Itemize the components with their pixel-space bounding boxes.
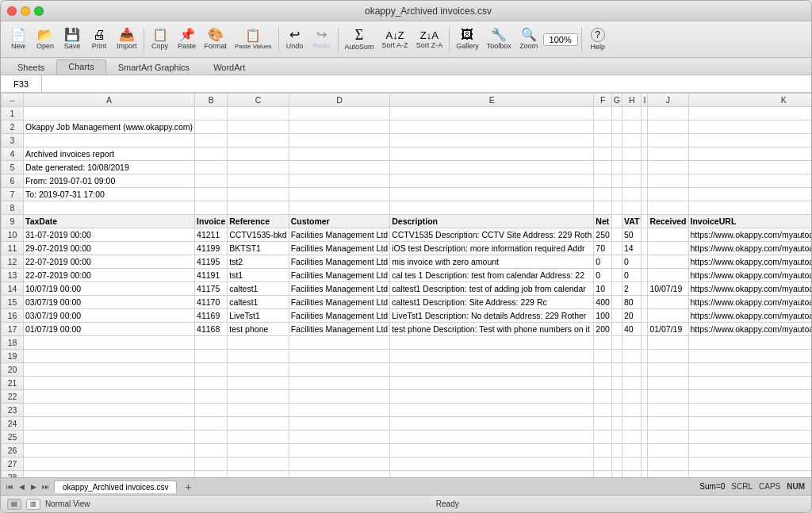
cell-9-10[interactable]: Received	[648, 215, 688, 228]
cell-1-3[interactable]	[228, 107, 289, 121]
cell-25-3[interactable]	[228, 431, 289, 444]
open-button[interactable]: 📂 Open	[33, 27, 58, 52]
cell-13-8[interactable]: 0	[622, 269, 642, 282]
cell-7-6[interactable]	[594, 188, 612, 201]
cell-28-7[interactable]	[611, 471, 622, 478]
cell-13-7[interactable]	[611, 269, 622, 282]
cell-17-11[interactable]: https://www.okappy.com/myautoalert/docum…	[688, 323, 811, 336]
cell-1-10[interactable]	[648, 107, 688, 121]
cell-17-2[interactable]: 41168	[195, 323, 228, 336]
cell-11-10[interactable]	[648, 242, 688, 255]
cell-6-7[interactable]	[611, 174, 622, 188]
col-header-g[interactable]: G	[611, 94, 622, 107]
cell-22-10[interactable]	[648, 390, 688, 404]
cell-1-2[interactable]	[195, 107, 228, 121]
cell-6-5[interactable]	[390, 174, 594, 188]
cell-10-8[interactable]: 50	[622, 228, 642, 242]
cell-1-9[interactable]	[642, 107, 648, 121]
cell-2-3[interactable]	[228, 121, 289, 134]
cell-11-1[interactable]: 29-07-2019 00:00	[24, 242, 195, 255]
cell-21-4[interactable]	[289, 377, 390, 390]
cell-14-4[interactable]: Facilities Management Ltd	[289, 282, 390, 296]
cell-26-7[interactable]	[611, 444, 622, 457]
cell-23-3[interactable]	[228, 404, 289, 417]
cell-11-8[interactable]: 14	[622, 242, 642, 255]
cell-10-9[interactable]	[642, 228, 648, 242]
cell-26-2[interactable]	[195, 444, 228, 457]
cell-8-10[interactable]	[648, 201, 688, 215]
cell-19-10[interactable]	[648, 350, 688, 363]
cell-8-1[interactable]	[24, 201, 195, 215]
cell-24-2[interactable]	[195, 417, 228, 431]
cell-12-2[interactable]: 41195	[195, 255, 228, 269]
row-header-24[interactable]: 24	[2, 417, 24, 431]
cell-4-5[interactable]	[390, 147, 594, 161]
cell-10-7[interactable]	[611, 228, 622, 242]
cell-15-7[interactable]	[611, 296, 622, 309]
cell-2-11[interactable]	[688, 121, 811, 134]
cell-27-1[interactable]	[24, 457, 195, 471]
cell-28-1[interactable]	[24, 471, 195, 478]
cell-21-10[interactable]	[648, 377, 688, 390]
cell-28-8[interactable]	[622, 471, 642, 478]
cell-22-4[interactable]	[289, 390, 390, 404]
minimize-button[interactable]	[21, 6, 30, 16]
cell-14-10[interactable]: 10/07/19	[648, 282, 688, 296]
cell-21-6[interactable]	[594, 377, 612, 390]
row-header-11[interactable]: 11	[2, 242, 24, 255]
cell-8-5[interactable]	[390, 201, 594, 215]
cell-9-9[interactable]	[642, 215, 648, 228]
cell-17-4[interactable]: Facilities Management Ltd	[289, 323, 390, 336]
cell-11-2[interactable]: 41199	[195, 242, 228, 255]
cell-19-3[interactable]	[228, 350, 289, 363]
cell-21-7[interactable]	[611, 377, 622, 390]
cell-13-5[interactable]: cal tes 1 Description: test from calenda…	[390, 269, 594, 282]
cell-16-10[interactable]	[648, 309, 688, 323]
cell-2-8[interactable]	[622, 121, 642, 134]
page-view-button[interactable]: ▥	[26, 499, 40, 510]
cell-5-2[interactable]	[195, 161, 228, 174]
cell-18-5[interactable]	[390, 336, 594, 350]
cell-21-3[interactable]	[228, 377, 289, 390]
cell-22-5[interactable]	[390, 390, 594, 404]
cell-1-1[interactable]	[24, 107, 195, 121]
cell-23-10[interactable]	[648, 404, 688, 417]
cell-4-7[interactable]	[611, 147, 622, 161]
cell-23-11[interactable]	[688, 404, 811, 417]
cell-19-7[interactable]	[611, 350, 622, 363]
cell-20-9[interactable]	[642, 363, 648, 377]
col-header-j[interactable]: J	[648, 94, 688, 107]
cell-19-4[interactable]	[289, 350, 390, 363]
cell-7-3[interactable]	[228, 188, 289, 201]
cell-8-11[interactable]	[688, 201, 811, 215]
cell-4-9[interactable]	[642, 147, 648, 161]
tab-sheets[interactable]: Sheets	[6, 60, 56, 75]
cell-13-11[interactable]: https://www.okappy.com/myautoalert/docum…	[688, 269, 811, 282]
cell-25-8[interactable]	[622, 431, 642, 444]
autosum-button[interactable]: Σ AutoSum	[342, 26, 377, 52]
cell-24-5[interactable]	[390, 417, 594, 431]
cell-15-11[interactable]: https://www.okappy.com/myautoalert/docum…	[688, 296, 811, 309]
cell-3-6[interactable]	[594, 134, 612, 147]
cell-27-4[interactable]	[289, 457, 390, 471]
cell-27-8[interactable]	[622, 457, 642, 471]
cell-10-11[interactable]: https://www.okappy.com/myautoalert/docum…	[688, 228, 811, 242]
cell-14-11[interactable]: https://www.okappy.com/myautoalert/docum…	[688, 282, 811, 296]
cell-12-7[interactable]	[611, 255, 622, 269]
sheet-nav-last[interactable]: ⏭	[40, 481, 51, 492]
table-scroll[interactable]: ↔ A B C D E F G H I J K L	[1, 93, 811, 477]
cell-24-9[interactable]	[642, 417, 648, 431]
cell-11-4[interactable]: Facilities Management Ltd	[289, 242, 390, 255]
row-header-22[interactable]: 22	[2, 390, 24, 404]
cell-7-10[interactable]	[648, 188, 688, 201]
row-header-20[interactable]: 20	[2, 363, 24, 377]
cell-27-5[interactable]	[390, 457, 594, 471]
cell-16-11[interactable]: https://www.okappy.com/myautoalert/docum…	[688, 309, 811, 323]
col-header-k[interactable]: K	[688, 94, 811, 107]
cell-23-1[interactable]	[24, 404, 195, 417]
cell-11-3[interactable]: BKTST1	[228, 242, 289, 255]
cell-4-2[interactable]	[195, 147, 228, 161]
undo-button[interactable]: ↩ Undo	[282, 27, 308, 52]
cell-14-7[interactable]	[611, 282, 622, 296]
cell-12-1[interactable]: 22-07-2019 00:00	[24, 255, 195, 269]
